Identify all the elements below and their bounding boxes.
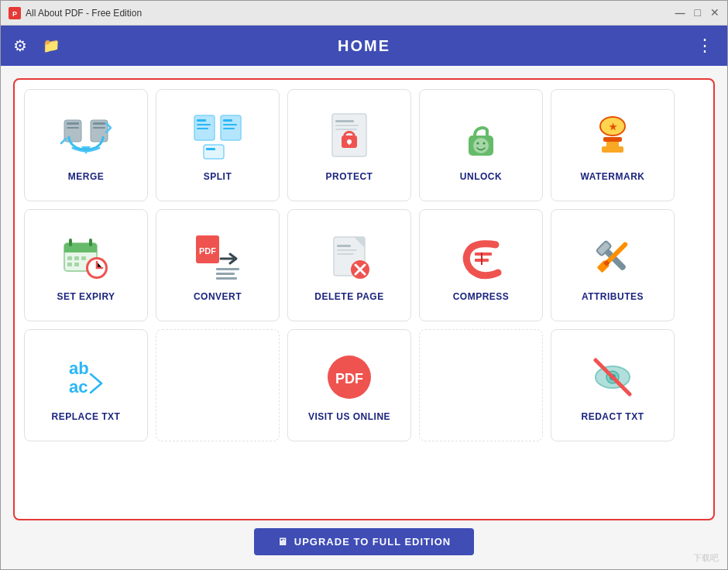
svg-rect-31 xyxy=(603,137,622,142)
svg-rect-20 xyxy=(335,125,359,126)
feature-card-delete-page[interactable]: DELETE PAGE xyxy=(287,209,411,321)
compress-icon xyxy=(453,229,509,285)
svg-rect-42 xyxy=(67,263,72,266)
split-icon xyxy=(190,109,246,165)
svg-text:ab: ab xyxy=(69,359,89,378)
compress-label: COMPRESS xyxy=(453,291,510,302)
svg-rect-11 xyxy=(197,128,208,129)
feature-card-compress[interactable]: COMPRESS xyxy=(419,209,543,321)
svg-rect-19 xyxy=(335,120,354,122)
attributes-icon xyxy=(585,229,640,285)
feature-card-split[interactable]: SPLIT xyxy=(156,89,280,201)
feature-card-protect[interactable]: PROTECT xyxy=(287,89,411,201)
unlock-label: UNLOCK xyxy=(460,171,502,182)
svg-rect-7 xyxy=(93,127,105,129)
svg-rect-6 xyxy=(93,122,105,125)
replace-txt-icon: ab ac xyxy=(58,349,114,405)
svg-rect-54 xyxy=(337,249,357,251)
delete-page-label: DELETE PAGE xyxy=(314,291,383,302)
maximize-button[interactable]: □ xyxy=(695,6,701,20)
svg-text:★: ★ xyxy=(609,122,617,132)
feature-card-watermark[interactable]: ★ WATERMARK xyxy=(551,89,675,201)
feature-card-set-expiry[interactable]: SET EXPIRY xyxy=(24,209,148,321)
svg-rect-59 xyxy=(481,252,482,265)
svg-rect-36 xyxy=(64,249,97,252)
svg-point-27 xyxy=(477,142,479,144)
visit-online-label: VISIT US ONLINE xyxy=(308,411,390,422)
svg-rect-9 xyxy=(197,119,206,122)
svg-rect-17 xyxy=(206,148,215,150)
upgrade-button[interactable]: 🖥 UPGRADE TO FULL EDITION xyxy=(254,528,474,555)
svg-text:ac: ac xyxy=(69,377,88,397)
feature-card-convert[interactable]: PDF CONVERT xyxy=(156,209,280,321)
empty-slot-1 xyxy=(156,329,280,441)
svg-rect-24 xyxy=(349,142,350,145)
svg-rect-48 xyxy=(216,268,239,270)
minimize-button[interactable]: ─ xyxy=(675,6,685,20)
delete-page-icon xyxy=(321,229,377,285)
svg-rect-43 xyxy=(74,263,79,266)
svg-rect-57 xyxy=(475,252,492,256)
svg-rect-21 xyxy=(335,129,357,130)
attributes-label: ATTRIBUTES xyxy=(582,291,644,302)
svg-rect-15 xyxy=(223,128,235,129)
svg-rect-55 xyxy=(337,253,354,255)
replace-txt-label: REPLACE TXT xyxy=(52,411,121,422)
svg-text:P: P xyxy=(12,10,17,18)
svg-rect-13 xyxy=(223,119,232,122)
feature-card-unlock[interactable]: UNLOCK xyxy=(419,89,543,201)
feature-card-attributes[interactable]: ATTRIBUTES xyxy=(551,209,675,321)
main-content: MERGE xyxy=(1,66,727,570)
folder-icon[interactable]: 📁 xyxy=(43,37,60,54)
svg-rect-10 xyxy=(197,124,211,125)
features-row-2: SET EXPIRY PDF xyxy=(24,209,704,321)
title-bar-text: All About PDF - Free Edition xyxy=(26,8,675,19)
feature-card-redact-txt[interactable]: REDACT TXT xyxy=(551,329,675,441)
watermark-icon: ★ xyxy=(585,109,640,165)
svg-rect-50 xyxy=(216,277,237,280)
empty-slot-2 xyxy=(419,329,543,441)
svg-rect-3 xyxy=(67,122,79,125)
watermark: 下载吧 xyxy=(693,552,719,564)
svg-rect-40 xyxy=(74,256,79,260)
svg-rect-49 xyxy=(216,273,235,275)
convert-label: CONVERT xyxy=(194,291,242,302)
merge-label: MERGE xyxy=(68,171,105,182)
svg-rect-38 xyxy=(89,239,92,246)
svg-rect-4 xyxy=(67,127,79,129)
window-controls: ─ □ ✕ xyxy=(675,6,719,20)
feature-card-merge[interactable]: MERGE xyxy=(24,89,148,201)
unlock-icon xyxy=(453,109,509,165)
features-row-1: MERGE xyxy=(24,89,704,201)
page-title: HOME xyxy=(338,37,390,55)
svg-rect-16 xyxy=(204,145,224,159)
protect-label: PROTECT xyxy=(326,171,373,182)
set-expiry-icon xyxy=(58,229,114,285)
svg-point-26 xyxy=(473,138,489,153)
header: ⚙ 📁 HOME ⋮ xyxy=(1,26,727,66)
more-menu-button[interactable]: ⋮ xyxy=(696,36,715,56)
convert-icon: PDF xyxy=(190,229,246,285)
merge-icon xyxy=(58,109,114,165)
svg-rect-37 xyxy=(69,239,72,246)
settings-icon[interactable]: ⚙ xyxy=(13,36,27,55)
svg-rect-41 xyxy=(81,256,86,260)
close-button[interactable]: ✕ xyxy=(710,6,719,20)
svg-text:PDF: PDF xyxy=(199,246,216,256)
upgrade-icon: 🖥 xyxy=(277,536,288,548)
svg-point-28 xyxy=(483,142,486,144)
app-icon: P xyxy=(9,7,21,19)
feature-card-replace-txt[interactable]: ab ac REPLACE TXT xyxy=(24,329,148,441)
upgrade-label: UPGRADE TO FULL EDITION xyxy=(294,536,451,548)
features-row-3: ab ac REPLACE TXT xyxy=(24,329,704,441)
visit-online-icon: PDF xyxy=(321,349,377,405)
svg-rect-39 xyxy=(67,256,72,260)
redact-txt-label: REDACT TXT xyxy=(582,411,644,422)
protect-icon xyxy=(321,109,377,165)
svg-rect-53 xyxy=(337,245,351,247)
feature-card-visit-online[interactable]: PDF VISIT US ONLINE xyxy=(287,329,411,441)
redact-txt-icon xyxy=(585,349,640,405)
features-container: MERGE xyxy=(13,78,715,520)
set-expiry-label: SET EXPIRY xyxy=(57,291,115,302)
svg-rect-14 xyxy=(223,124,237,125)
